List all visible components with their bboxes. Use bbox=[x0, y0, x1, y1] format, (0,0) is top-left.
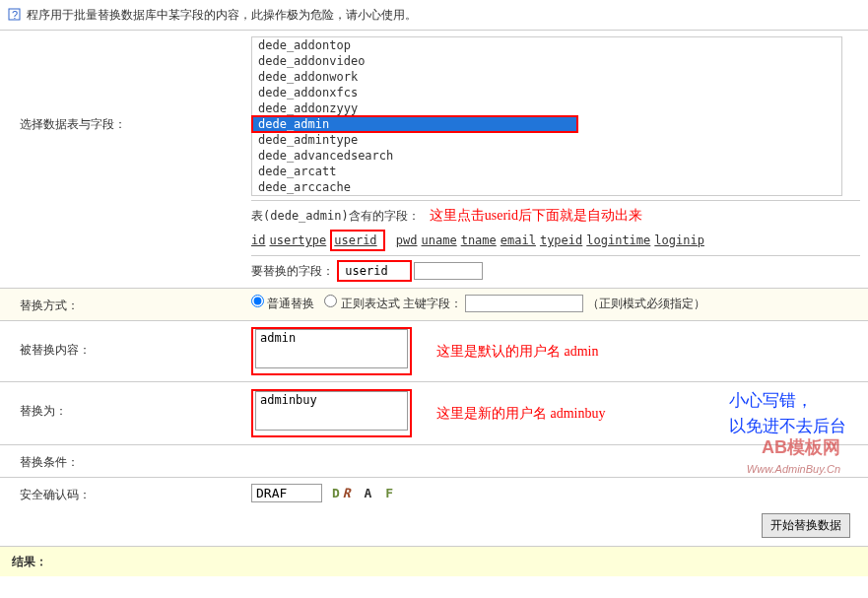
row-from: 被替换内容： 这里是默认的用户名 admin bbox=[0, 321, 868, 382]
anno-b1: 小心写错， bbox=[729, 388, 846, 414]
row-cond: 替换条件： bbox=[0, 445, 868, 478]
table-option[interactable]: dede_arccache bbox=[252, 179, 841, 195]
replace-field-label: 要替换的字段： bbox=[251, 264, 334, 278]
fields-label: 表(dede_admin)含有的字段： bbox=[251, 209, 420, 223]
label-from: 被替换内容： bbox=[0, 327, 251, 375]
radio-normal[interactable] bbox=[251, 295, 264, 307]
row-to: 替换为： 这里是新的用户名 adminbuy 小心写错， 以免进不去后台 bbox=[0, 382, 868, 445]
label-mode: 替换方式： bbox=[0, 295, 251, 314]
field-link[interactable]: uname bbox=[422, 233, 457, 247]
captcha-image: DR A F bbox=[332, 486, 396, 500]
result-bar: 结果： bbox=[0, 546, 868, 576]
pk-input[interactable] bbox=[465, 295, 583, 312]
field-link[interactable]: id bbox=[251, 233, 265, 247]
field-link[interactable]: typeid bbox=[540, 233, 582, 247]
table-option[interactable]: dede_admintype bbox=[252, 132, 841, 148]
field-link[interactable]: userid bbox=[334, 233, 376, 247]
field-link[interactable]: loginip bbox=[654, 233, 704, 247]
replace-field-input[interactable] bbox=[341, 263, 408, 279]
info-icon: ? bbox=[8, 8, 21, 21]
label-to: 替换为： bbox=[0, 388, 251, 438]
row-mode: 替换方式： 普通替换 正则表达式 主键字段： （正则模式必须指定） bbox=[0, 289, 868, 321]
field-link[interactable]: email bbox=[501, 233, 536, 247]
label-cond: 替换条件： bbox=[0, 451, 251, 471]
to-input[interactable] bbox=[255, 391, 408, 431]
warning-bar: ? 程序用于批量替换数据库中某字段的内容，此操作极为危险，请小心使用。 bbox=[0, 0, 868, 31]
row-captcha: 安全确认码： DR A F bbox=[0, 478, 868, 509]
field-link[interactable]: pwd bbox=[396, 233, 418, 247]
table-option[interactable]: dede_advancedsearch bbox=[252, 148, 841, 164]
table-list[interactable]: dede_addontopdede_addonvideodede_addonwo… bbox=[251, 36, 842, 196]
replace-field-extra[interactable] bbox=[414, 262, 483, 280]
anno-from: 这里是默认的用户名 admin bbox=[436, 341, 599, 362]
table-option[interactable]: dede_addonvideo bbox=[252, 53, 841, 69]
label-select: 选择数据表与字段： bbox=[0, 36, 251, 282]
label-captcha: 安全确认码： bbox=[0, 484, 251, 503]
from-input[interactable] bbox=[255, 329, 408, 368]
anno-fields: 这里点击userid后下面就是自动出来 bbox=[430, 208, 642, 223]
warning-text: 程序用于批量替换数据库中某字段的内容，此操作极为危险，请小心使用。 bbox=[27, 8, 417, 22]
table-option[interactable]: dede_admin bbox=[252, 116, 577, 132]
field-link[interactable]: logintime bbox=[586, 233, 650, 247]
table-option[interactable]: dede_addontop bbox=[252, 37, 841, 53]
submit-button[interactable]: 开始替换数据 bbox=[762, 513, 850, 538]
fields-list: idusertypeuserid pwdunametnameemailtypei… bbox=[251, 230, 860, 251]
table-option[interactable]: dede_addonzyyy bbox=[252, 100, 841, 116]
table-option[interactable]: dede_addonxfcs bbox=[252, 85, 841, 100]
watermark-logo: AB模板网Www.AdminBuy.Cn bbox=[747, 434, 840, 478]
anno-to: 这里是新的用户名 adminbuy bbox=[436, 403, 606, 424]
table-option[interactable]: dede_arcatt bbox=[252, 164, 841, 179]
field-link[interactable]: usertype bbox=[269, 233, 326, 247]
captcha-input[interactable] bbox=[251, 484, 322, 502]
row-select-table: 选择数据表与字段： dede_addontopdede_addonvideode… bbox=[0, 31, 868, 289]
table-option[interactable]: dede_addonwork bbox=[252, 69, 841, 85]
radio-regex[interactable] bbox=[324, 295, 337, 307]
svg-text:?: ? bbox=[12, 9, 18, 21]
field-link[interactable]: tname bbox=[461, 233, 497, 247]
